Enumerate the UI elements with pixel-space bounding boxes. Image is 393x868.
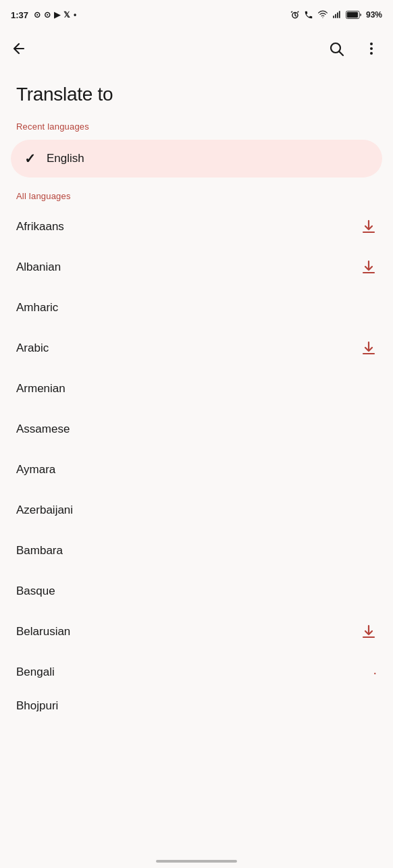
list-item[interactable]: Belarusian [0,612,393,652]
language-name: Bambara [16,544,63,558]
status-indicators: 93% [290,10,382,20]
language-name: Afrikaans [16,220,64,234]
svg-rect-6 [347,12,358,18]
back-arrow-icon [11,40,27,57]
checkmark-icon: ✓ [24,151,36,167]
time-display: 1:37 [11,10,28,20]
battery-icon [346,10,362,20]
language-name: Arabic [16,342,49,355]
page-title-section: Translate to [0,67,393,111]
alarm-icon [290,10,300,20]
svg-point-9 [370,43,373,45]
list-item[interactable]: Arabic [0,328,393,369]
status-bar: 1:37 ⊙ ⊙ ▶ 𝕏 • [0,0,393,30]
back-button[interactable] [3,32,35,65]
list-item[interactable]: Afrikaans [0,207,393,247]
page-title: Translate to [16,84,377,105]
list-item[interactable]: Aymara [0,450,393,490]
language-name: Assamese [16,423,70,436]
home-indicator [156,860,237,863]
svg-rect-1 [333,16,334,18]
more-dots-icon [363,40,379,57]
svg-point-10 [370,47,373,50]
instagram-icon: ⊙ [34,10,41,20]
dot-icon: • [74,10,76,20]
app-bar [0,30,393,67]
list-item[interactable]: Albanian [0,247,393,288]
list-item[interactable]: Bengali · [0,652,393,693]
english-selected-item[interactable]: ✓ English [11,140,382,178]
wifi-icon [317,10,328,20]
search-button[interactable] [320,32,352,65]
search-icon [328,40,344,57]
english-label: English [47,152,84,165]
language-name: Amharic [16,301,58,315]
signal-icon [332,10,342,20]
language-name: Bhojpuri [16,699,58,713]
list-item[interactable]: Bambara [0,531,393,571]
download-icon[interactable] [361,259,377,275]
language-name: Albanian [16,261,61,274]
svg-point-11 [370,52,373,55]
phone-icon [304,10,313,20]
svg-rect-4 [339,11,340,18]
download-icon[interactable] [361,340,377,356]
list-item[interactable]: Basque [0,571,393,612]
list-item[interactable]: Amharic [0,288,393,328]
list-item[interactable]: Azerbaijani [0,490,393,531]
app-bar-left [3,32,35,65]
twitter-icon: 𝕏 [63,10,70,20]
language-list: Afrikaans Albanian Amharic Arabic [0,207,393,720]
list-item[interactable]: Armenian [0,369,393,409]
language-name: Bengali [16,666,55,679]
svg-rect-2 [335,14,336,18]
download-icon[interactable] [361,219,377,235]
list-item[interactable]: Assamese [0,409,393,450]
notification-icons: ⊙ ⊙ ▶ 𝕏 • [34,10,76,20]
more-options-button[interactable] [355,32,388,65]
language-name: Azerbaijani [16,504,73,517]
status-time: 1:37 ⊙ ⊙ ▶ 𝕏 • [11,10,76,20]
small-dot-indicator: · [373,666,377,679]
download-icon[interactable] [361,624,377,640]
svg-line-8 [340,52,344,56]
all-languages-header: All languages [0,180,393,207]
svg-rect-3 [337,13,338,18]
language-name: Belarusian [16,625,70,639]
language-name: Aymara [16,463,55,477]
language-name: Armenian [16,382,66,396]
youtube-icon: ▶ [54,10,60,20]
language-name: Basque [16,585,55,598]
recent-languages-header: Recent languages [0,111,393,137]
battery-percent: 93% [366,10,382,20]
list-item[interactable]: Bhojpuri [0,693,393,720]
instagram2-icon: ⊙ [44,10,51,20]
app-bar-right [320,32,388,65]
